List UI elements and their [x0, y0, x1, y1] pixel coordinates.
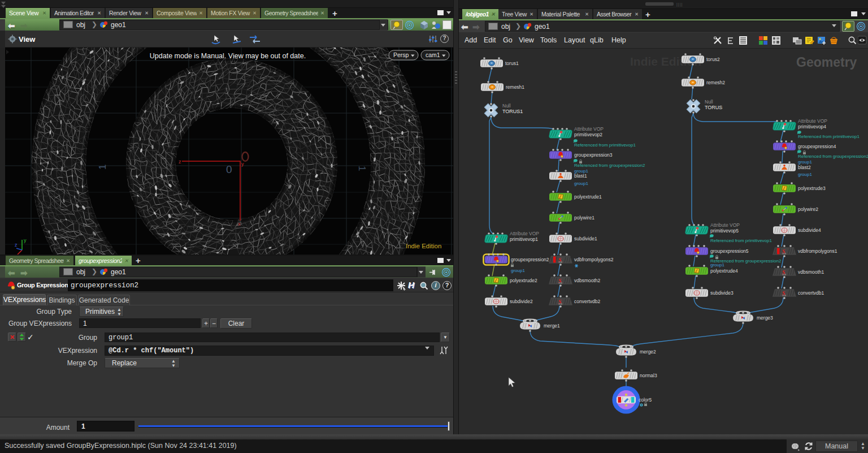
svg-text:Attribute VOP: Attribute VOP — [798, 118, 827, 124]
svg-text:primitivevop4: primitivevop4 — [798, 124, 826, 130]
svg-text:group1: group1 — [798, 172, 812, 177]
svg-text:x: x — [238, 221, 241, 227]
svg-text:group1: group1 — [798, 159, 812, 165]
svg-text:color5: color5 — [639, 397, 652, 403]
svg-text:group1: group1 — [511, 268, 525, 273]
svg-text:VDB: VDB — [782, 274, 787, 276]
svg-text:Update mode is Manual. View ma: Update mode is Manual. View may be out o… — [150, 52, 306, 60]
svg-text:VDB: VDB — [782, 295, 787, 297]
svg-text:Persp: Persp — [393, 51, 409, 58]
svg-text:polywire2: polywire2 — [798, 206, 818, 212]
svg-text:polywire1: polywire1 — [574, 215, 594, 221]
svg-text:groupexpression4: groupexpression4 — [798, 144, 836, 149]
svg-text:VDB: VDB — [558, 282, 563, 284]
svg-text:polyextrude1: polyextrude1 — [574, 194, 602, 200]
svg-text:Referenced from primitivevop1: Referenced from primitivevop1 — [574, 143, 636, 148]
svg-text:vdbsmooth1: vdbsmooth1 — [798, 269, 824, 275]
svg-text:polyextrude3: polyextrude3 — [798, 185, 826, 191]
svg-text:primitivevop1: primitivevop1 — [510, 236, 538, 242]
svg-text:merge1: merge1 — [544, 323, 560, 329]
svg-text:Null: Null — [705, 99, 713, 105]
svg-text:Indie Edition: Indie Edition — [406, 243, 441, 249]
svg-text:subdivide1: subdivide1 — [574, 236, 597, 241]
svg-text:torus1: torus1 — [505, 61, 519, 66]
svg-text:z: z — [179, 159, 181, 165]
svg-text:vdbfrompolygons2: vdbfrompolygons2 — [574, 257, 614, 262]
svg-text:vdbsmooth2: vdbsmooth2 — [574, 278, 601, 283]
svg-text:Attribute VOP: Attribute VOP — [710, 222, 740, 228]
svg-text:z: z — [15, 242, 18, 248]
svg-text:Referenced from primitivevop1: Referenced from primitivevop1 — [798, 134, 860, 139]
svg-text:y: y — [241, 161, 244, 167]
svg-text:torus2: torus2 — [706, 57, 720, 62]
svg-text:Referenced from groupexpressio: Referenced from groupexpression2 — [574, 163, 645, 168]
svg-text:Attribute VOP: Attribute VOP — [510, 231, 539, 236]
svg-text:Attribute VOP: Attribute VOP — [574, 126, 604, 132]
svg-text:VDB: VDB — [782, 253, 787, 255]
svg-text:primitivevop5: primitivevop5 — [710, 228, 739, 234]
svg-text:remesh2: remesh2 — [706, 80, 725, 85]
svg-text:primitivevop2: primitivevop2 — [574, 132, 602, 137]
svg-text:subdivide2: subdivide2 — [510, 299, 533, 304]
svg-text:blast1: blast1 — [574, 173, 587, 179]
svg-text:convertvdb1: convertvdb1 — [798, 290, 824, 296]
svg-text:subdivide3: subdivide3 — [710, 290, 734, 296]
svg-text:TORUS1: TORUS1 — [502, 109, 523, 114]
svg-text:groupexpression3: groupexpression3 — [574, 152, 613, 158]
svg-text:polyextrude2: polyextrude2 — [510, 278, 537, 283]
svg-text:polyextrude4: polyextrude4 — [710, 268, 738, 274]
svg-text:groupexpression2: groupexpression2 — [511, 257, 549, 262]
svg-text:VDB: VDB — [558, 303, 563, 305]
svg-text:normal3: normal3 — [640, 373, 657, 378]
svg-text:Referenced from groupexpressio: Referenced from groupexpression2 — [798, 154, 868, 159]
svg-text:group1: group1 — [574, 181, 588, 186]
svg-text:VDB: VDB — [558, 261, 563, 264]
svg-text:subdivide4: subdivide4 — [798, 227, 821, 233]
svg-text:Referenced from primitivevop1: Referenced from primitivevop1 — [710, 238, 772, 243]
svg-text:convertvdb2: convertvdb2 — [574, 299, 601, 304]
svg-text:merge3: merge3 — [757, 315, 773, 321]
svg-text:blast2: blast2 — [798, 165, 811, 170]
svg-text:TORUS: TORUS — [705, 105, 722, 110]
svg-text:0: 0 — [226, 163, 232, 175]
svg-text:groupexpression5: groupexpression5 — [710, 248, 749, 254]
svg-text:merge2: merge2 — [640, 349, 656, 355]
svg-text:1: 1 — [97, 165, 108, 170]
svg-text:y: y — [24, 238, 27, 243]
svg-text:group1: group1 — [710, 262, 724, 268]
svg-text:vdbfrompolygons1: vdbfrompolygons1 — [798, 248, 837, 254]
svg-text:remesh1: remesh1 — [506, 84, 524, 90]
svg-text:1: 1 — [357, 166, 367, 171]
svg-text:Geometry: Geometry — [796, 55, 857, 70]
svg-text:Null: Null — [502, 103, 511, 109]
svg-text:cam1: cam1 — [426, 51, 440, 58]
